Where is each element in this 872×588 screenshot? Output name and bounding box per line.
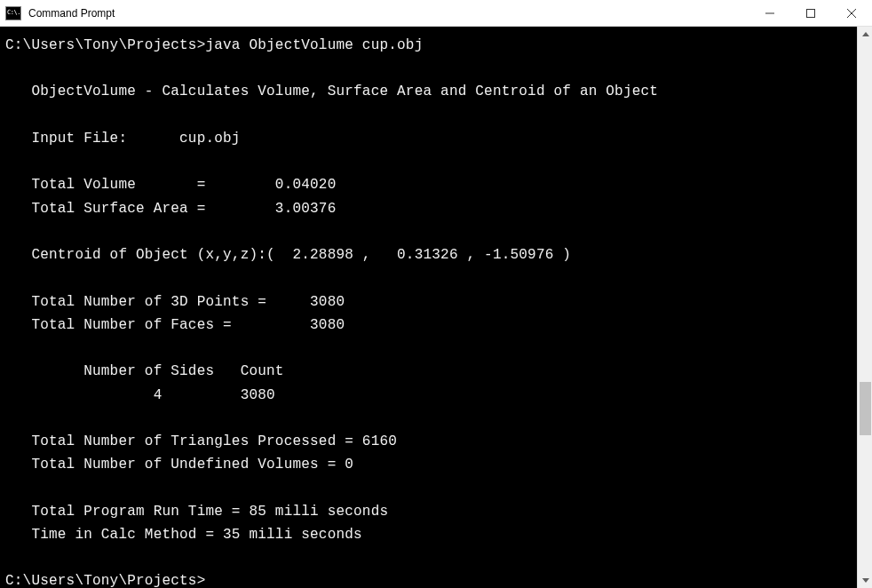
output-points: Total Number of 3D Points = 3080 xyxy=(5,294,345,310)
output-triangles: Total Number of Triangles Processed = 61… xyxy=(5,433,397,449)
maximize-icon xyxy=(806,9,815,18)
chevron-down-icon xyxy=(862,578,869,583)
command-text: java ObjectVolume cup.obj xyxy=(205,37,423,53)
output-input-file: Input File: cup.obj xyxy=(5,131,241,147)
chevron-up-icon xyxy=(862,32,869,36)
close-button[interactable] xyxy=(831,0,872,27)
maximize-button[interactable] xyxy=(790,0,831,27)
cmd-icon: C:\. xyxy=(5,6,21,20)
scroll-up-button[interactable] xyxy=(858,27,872,42)
output-runtime: Total Program Run Time = 85 milli second… xyxy=(5,504,388,520)
prompt-path: C:\Users\Tony\Projects> xyxy=(5,37,205,53)
output-sides-row: 4 3080 xyxy=(5,387,275,403)
cmd-icon-text: C:\. xyxy=(7,10,20,16)
close-icon xyxy=(847,9,856,18)
output-faces: Total Number of Faces = 3080 xyxy=(5,317,345,333)
final-prompt: C:\Users\Tony\Projects> xyxy=(5,573,205,588)
terminal-container: C:\Users\Tony\Projects>java ObjectVolume… xyxy=(0,27,872,588)
output-centroid: Centroid of Object (x,y,z):( 2.28898 , 0… xyxy=(5,247,571,263)
svg-rect-1 xyxy=(807,10,815,18)
output-calc-time: Time in Calc Method = 35 milli seconds xyxy=(5,527,362,543)
output-undefined: Total Number of Undefined Volumes = 0 xyxy=(5,457,353,473)
vertical-scrollbar[interactable] xyxy=(857,27,872,588)
terminal-output[interactable]: C:\Users\Tony\Projects>java ObjectVolume… xyxy=(0,27,857,588)
window-controls xyxy=(749,0,872,27)
output-sides-header: Number of Sides Count xyxy=(5,363,284,379)
scroll-down-button[interactable] xyxy=(858,573,872,588)
titlebar[interactable]: C:\. Command Prompt xyxy=(0,0,872,27)
output-total-surface-area: Total Surface Area = 3.00376 xyxy=(5,201,336,217)
output-total-volume: Total Volume = 0.04020 xyxy=(5,177,336,193)
minimize-icon xyxy=(765,9,774,18)
scroll-thumb[interactable] xyxy=(860,382,871,435)
output-header: ObjectVolume - Calculates Volume, Surfac… xyxy=(5,83,658,99)
window-title: Command Prompt xyxy=(28,7,115,20)
minimize-button[interactable] xyxy=(749,0,790,27)
